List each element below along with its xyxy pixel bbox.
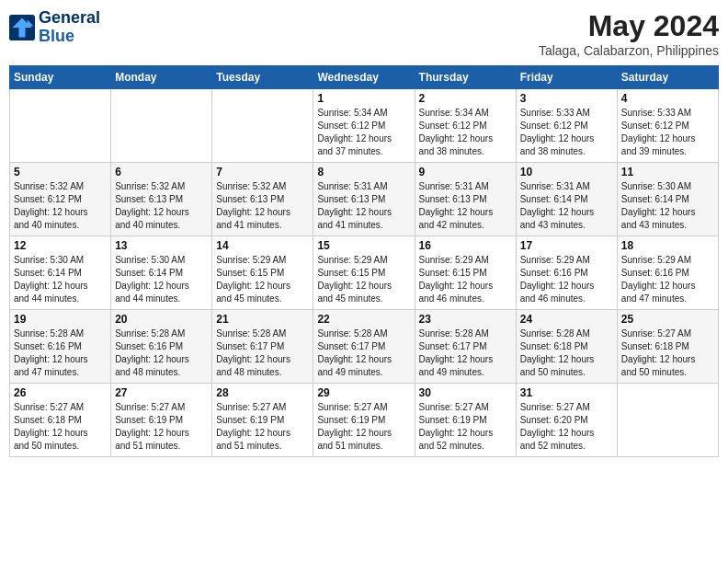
weekday-header: Tuesday bbox=[212, 66, 313, 89]
calendar-cell: 5Sunrise: 5:32 AM Sunset: 6:12 PM Daylig… bbox=[10, 163, 111, 236]
day-info: Sunrise: 5:34 AM Sunset: 6:12 PM Dayligh… bbox=[317, 107, 410, 158]
calendar-header: SundayMondayTuesdayWednesdayThursdayFrid… bbox=[10, 66, 719, 89]
weekday-header: Saturday bbox=[617, 66, 718, 89]
day-info: Sunrise: 5:27 AM Sunset: 6:19 PM Dayligh… bbox=[115, 401, 208, 453]
calendar-week-row: 12Sunrise: 5:30 AM Sunset: 6:14 PM Dayli… bbox=[10, 236, 719, 310]
day-number: 25 bbox=[621, 313, 714, 326]
weekday-header: Sunday bbox=[10, 66, 111, 89]
calendar-cell: 10Sunrise: 5:31 AM Sunset: 6:14 PM Dayli… bbox=[516, 163, 617, 236]
day-number: 9 bbox=[419, 166, 512, 178]
day-info: Sunrise: 5:33 AM Sunset: 6:12 PM Dayligh… bbox=[520, 107, 613, 158]
calendar-table: SundayMondayTuesdayWednesdayThursdayFrid… bbox=[9, 65, 719, 457]
calendar-cell bbox=[212, 89, 313, 163]
day-info: Sunrise: 5:28 AM Sunset: 6:17 PM Dayligh… bbox=[216, 327, 309, 379]
day-number: 13 bbox=[115, 239, 208, 252]
day-number: 8 bbox=[317, 166, 410, 178]
calendar-cell: 18Sunrise: 5:29 AM Sunset: 6:16 PM Dayli… bbox=[617, 236, 718, 310]
day-info: Sunrise: 5:27 AM Sunset: 6:19 PM Dayligh… bbox=[216, 401, 309, 453]
day-info: Sunrise: 5:31 AM Sunset: 6:13 PM Dayligh… bbox=[419, 180, 512, 232]
calendar-week-row: 1Sunrise: 5:34 AM Sunset: 6:12 PM Daylig… bbox=[10, 89, 719, 163]
calendar-cell: 30Sunrise: 5:27 AM Sunset: 6:19 PM Dayli… bbox=[415, 384, 516, 457]
day-info: Sunrise: 5:31 AM Sunset: 6:14 PM Dayligh… bbox=[520, 180, 613, 232]
day-number: 11 bbox=[621, 166, 714, 178]
calendar-week-row: 19Sunrise: 5:28 AM Sunset: 6:16 PM Dayli… bbox=[10, 310, 719, 384]
day-info: Sunrise: 5:29 AM Sunset: 6:16 PM Dayligh… bbox=[520, 254, 613, 305]
calendar-cell: 16Sunrise: 5:29 AM Sunset: 6:15 PM Dayli… bbox=[415, 236, 516, 310]
calendar-cell: 15Sunrise: 5:29 AM Sunset: 6:15 PM Dayli… bbox=[313, 236, 415, 310]
calendar-cell: 19Sunrise: 5:28 AM Sunset: 6:16 PM Dayli… bbox=[10, 310, 111, 384]
calendar-cell: 9Sunrise: 5:31 AM Sunset: 6:13 PM Daylig… bbox=[415, 163, 516, 236]
day-info: Sunrise: 5:30 AM Sunset: 6:14 PM Dayligh… bbox=[621, 180, 714, 232]
day-number: 7 bbox=[216, 166, 309, 178]
calendar-cell: 12Sunrise: 5:30 AM Sunset: 6:14 PM Dayli… bbox=[10, 236, 111, 310]
calendar-cell: 14Sunrise: 5:29 AM Sunset: 6:15 PM Dayli… bbox=[212, 236, 313, 310]
logo-text: General Blue bbox=[39, 9, 100, 46]
calendar-cell: 24Sunrise: 5:28 AM Sunset: 6:18 PM Dayli… bbox=[516, 310, 617, 384]
logo: General Blue bbox=[9, 9, 100, 46]
weekday-header: Monday bbox=[111, 66, 212, 89]
calendar-cell: 22Sunrise: 5:28 AM Sunset: 6:17 PM Dayli… bbox=[313, 310, 415, 384]
day-number: 2 bbox=[419, 92, 512, 105]
day-info: Sunrise: 5:30 AM Sunset: 6:14 PM Dayligh… bbox=[14, 254, 107, 305]
day-number: 18 bbox=[621, 239, 714, 252]
calendar-cell: 11Sunrise: 5:30 AM Sunset: 6:14 PM Dayli… bbox=[617, 163, 718, 236]
day-info: Sunrise: 5:28 AM Sunset: 6:17 PM Dayligh… bbox=[317, 327, 410, 379]
calendar-cell: 21Sunrise: 5:28 AM Sunset: 6:17 PM Dayli… bbox=[212, 310, 313, 384]
calendar-cell: 29Sunrise: 5:27 AM Sunset: 6:19 PM Dayli… bbox=[313, 384, 415, 457]
calendar-cell: 28Sunrise: 5:27 AM Sunset: 6:19 PM Dayli… bbox=[212, 384, 313, 457]
day-info: Sunrise: 5:32 AM Sunset: 6:13 PM Dayligh… bbox=[115, 180, 208, 232]
calendar-cell: 27Sunrise: 5:27 AM Sunset: 6:19 PM Dayli… bbox=[111, 384, 212, 457]
calendar-cell: 4Sunrise: 5:33 AM Sunset: 6:12 PM Daylig… bbox=[617, 89, 718, 163]
day-info: Sunrise: 5:28 AM Sunset: 6:17 PM Dayligh… bbox=[419, 327, 512, 379]
day-info: Sunrise: 5:27 AM Sunset: 6:18 PM Dayligh… bbox=[621, 327, 714, 379]
day-number: 31 bbox=[520, 386, 613, 399]
calendar-cell: 13Sunrise: 5:30 AM Sunset: 6:14 PM Dayli… bbox=[111, 236, 212, 310]
calendar-week-row: 26Sunrise: 5:27 AM Sunset: 6:18 PM Dayli… bbox=[10, 384, 719, 457]
day-number: 20 bbox=[115, 313, 208, 326]
day-info: Sunrise: 5:27 AM Sunset: 6:18 PM Dayligh… bbox=[14, 401, 107, 453]
day-number: 17 bbox=[520, 239, 613, 252]
day-info: Sunrise: 5:31 AM Sunset: 6:13 PM Dayligh… bbox=[317, 180, 410, 232]
day-number: 14 bbox=[216, 239, 309, 252]
day-info: Sunrise: 5:29 AM Sunset: 6:15 PM Dayligh… bbox=[216, 254, 309, 305]
calendar-cell bbox=[111, 89, 212, 163]
day-info: Sunrise: 5:30 AM Sunset: 6:14 PM Dayligh… bbox=[115, 254, 208, 305]
calendar-cell: 20Sunrise: 5:28 AM Sunset: 6:16 PM Dayli… bbox=[111, 310, 212, 384]
day-number: 29 bbox=[317, 386, 410, 399]
day-info: Sunrise: 5:28 AM Sunset: 6:16 PM Dayligh… bbox=[14, 327, 107, 379]
day-number: 26 bbox=[14, 386, 107, 399]
day-info: Sunrise: 5:32 AM Sunset: 6:12 PM Dayligh… bbox=[14, 180, 107, 232]
day-number: 22 bbox=[317, 313, 410, 326]
weekday-header: Wednesday bbox=[313, 66, 415, 89]
page-header: General Blue May 2024 Talaga, Calabarzon… bbox=[9, 9, 719, 58]
day-number: 28 bbox=[216, 386, 309, 399]
calendar-cell: 8Sunrise: 5:31 AM Sunset: 6:13 PM Daylig… bbox=[313, 163, 415, 236]
day-info: Sunrise: 5:28 AM Sunset: 6:16 PM Dayligh… bbox=[115, 327, 208, 379]
day-number: 10 bbox=[520, 166, 613, 178]
day-number: 1 bbox=[317, 92, 410, 105]
calendar-cell: 31Sunrise: 5:27 AM Sunset: 6:20 PM Dayli… bbox=[516, 384, 617, 457]
weekday-header: Friday bbox=[516, 66, 617, 89]
day-info: Sunrise: 5:28 AM Sunset: 6:18 PM Dayligh… bbox=[520, 327, 613, 379]
day-info: Sunrise: 5:33 AM Sunset: 6:12 PM Dayligh… bbox=[621, 107, 714, 158]
calendar-title: May 2024 bbox=[539, 9, 719, 43]
calendar-cell bbox=[10, 89, 111, 163]
weekday-header: Thursday bbox=[415, 66, 516, 89]
day-info: Sunrise: 5:34 AM Sunset: 6:12 PM Dayligh… bbox=[419, 107, 512, 158]
calendar-subtitle: Talaga, Calabarzon, Philippines bbox=[539, 43, 719, 58]
day-number: 5 bbox=[14, 166, 107, 178]
calendar-cell: 23Sunrise: 5:28 AM Sunset: 6:17 PM Dayli… bbox=[415, 310, 516, 384]
calendar-cell: 7Sunrise: 5:32 AM Sunset: 6:13 PM Daylig… bbox=[212, 163, 313, 236]
day-number: 21 bbox=[216, 313, 309, 326]
calendar-cell: 26Sunrise: 5:27 AM Sunset: 6:18 PM Dayli… bbox=[10, 384, 111, 457]
day-number: 12 bbox=[14, 239, 107, 252]
day-info: Sunrise: 5:29 AM Sunset: 6:15 PM Dayligh… bbox=[419, 254, 512, 305]
day-number: 15 bbox=[317, 239, 410, 252]
day-number: 27 bbox=[115, 386, 208, 399]
day-number: 16 bbox=[419, 239, 512, 252]
day-info: Sunrise: 5:29 AM Sunset: 6:16 PM Dayligh… bbox=[621, 254, 714, 305]
calendar-cell bbox=[617, 384, 718, 457]
calendar-cell: 17Sunrise: 5:29 AM Sunset: 6:16 PM Dayli… bbox=[516, 236, 617, 310]
calendar-cell: 2Sunrise: 5:34 AM Sunset: 6:12 PM Daylig… bbox=[415, 89, 516, 163]
calendar-cell: 3Sunrise: 5:33 AM Sunset: 6:12 PM Daylig… bbox=[516, 89, 617, 163]
